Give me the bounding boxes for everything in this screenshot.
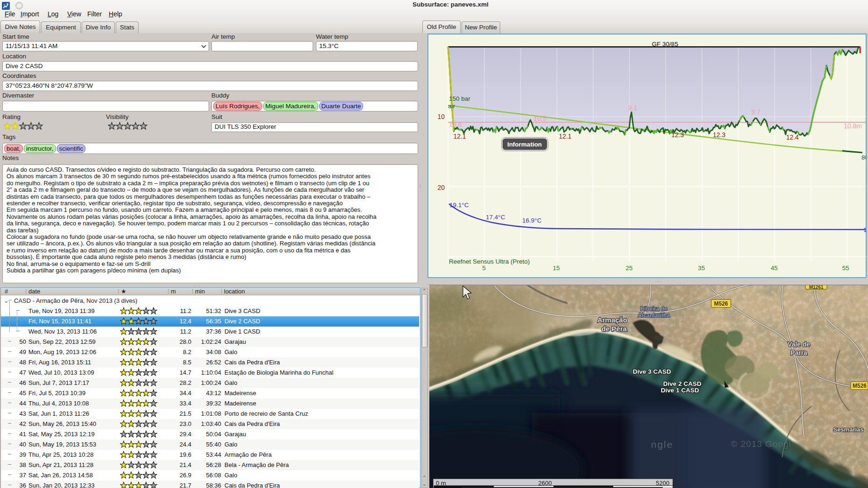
svg-text:10.8: 10.8 [449,121,462,128]
svg-text:55: 55 [842,265,849,272]
svg-text:150 bar: 150 bar [449,95,470,102]
svg-text:M526: M526 [853,383,867,389]
svg-text:Armação: Armação [597,316,627,324]
svg-text:35: 35 [698,265,705,272]
svg-text:Reefnet Sensus Ultra (Preto): Reefnet Sensus Ultra (Preto) [449,258,530,265]
svg-text:Parra: Parra [791,349,807,356]
svg-text:5: 5 [482,265,486,272]
svg-text:20: 20 [437,184,445,191]
svg-text:9.1: 9.1 [628,104,637,112]
svg-text:19.1°C: 19.1°C [449,202,469,209]
svg-text:Dive 3 CASD: Dive 3 CASD [633,368,671,375]
svg-text:Information: Information [507,141,542,148]
svg-text:Alcantarilha: Alcantarilha [638,312,670,319]
svg-text:de Pêra: de Pêra [602,325,627,333]
svg-text:16.9°C: 16.9°C [522,217,542,224]
svg-text:Sesmarias: Sesmarias [833,426,863,433]
svg-text:25: 25 [625,265,632,272]
svg-text:12.1: 12.1 [559,132,571,140]
svg-text:Dive 2 CASD: Dive 2 CASD [663,380,701,387]
svg-text:M1261: M1261 [809,285,824,290]
svg-text:12.1: 12.1 [453,132,466,140]
svg-text:GF 30/85: GF 30/85 [652,41,678,48]
svg-text:45: 45 [770,265,777,272]
svg-text:Ribeira de: Ribeira de [640,306,667,312]
svg-text:10.8m: 10.8m [844,122,862,130]
svg-text:80: 80 [861,154,867,161]
svg-text:10.5: 10.5 [533,115,546,122]
svg-text:ngle: ngle [651,439,673,450]
svg-text:10: 10 [437,113,445,120]
svg-text:12.3: 12.3 [671,131,684,139]
svg-text:air: air [448,103,455,110]
svg-text:M526: M526 [714,300,728,307]
svg-text:16: 16 [863,226,867,233]
svg-text:12.4: 12.4 [786,133,798,141]
svg-text:Vale de: Vale de [788,341,810,348]
svg-text:© 2013 Googl: © 2013 Googl [731,439,791,449]
svg-text:12.3: 12.3 [713,131,725,139]
svg-text:Dive 1 CASD: Dive 1 CASD [661,387,699,394]
svg-text:9.7: 9.7 [751,108,761,116]
svg-text:17.4°C: 17.4°C [486,214,505,221]
svg-text:15: 15 [553,265,560,272]
